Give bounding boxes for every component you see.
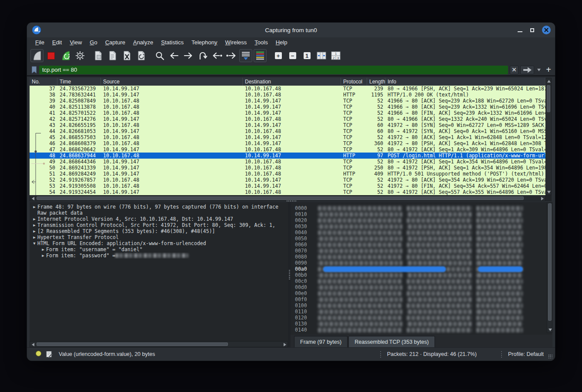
detail-item-4[interactable]: ▶[2 Reassembled TCP Segments (353 bytes)… [30,228,288,234]
collapsed-arrow-icon[interactable]: ▶ [31,234,37,240]
column-header-source[interactable]: Source [101,78,243,86]
find-packet-button[interactable] [153,49,166,62]
hex-row-00e0[interactable]: 00e0 [291,290,546,296]
hex-row-0140[interactable]: 0140 [291,327,546,333]
scrollbar-thumb[interactable] [547,85,550,112]
statusbar-separator[interactable] [501,351,502,358]
packet-row-44[interactable]: 4424.82668105310.14.99.14710.10.167.48TC… [30,128,545,134]
packet-row-52[interactable]: 5224.91926785710.10.167.4810.14.99.147TC… [30,177,545,183]
save-capture-file-button[interactable] [106,49,119,62]
menu-capture[interactable]: Capture [101,38,129,47]
packet-row-53[interactable]: 5324.91930550810.10.167.4810.14.99.147TC… [30,183,545,189]
maximize-button[interactable] [530,26,534,34]
fit-columns-button[interactable]: 123 [329,49,342,62]
hex-row-0120[interactable]: 0120 [291,315,546,321]
packet-row-43[interactable]: 4324.82665519510.10.167.4810.14.99.147TC… [30,122,545,128]
scrollbar-thumb[interactable] [37,342,228,346]
hex-row-0030[interactable]: 0030 [291,223,546,229]
menu-tools[interactable]: Tools [251,38,271,47]
hex-row-0060[interactable]: 0060 [291,242,546,248]
menu-help[interactable]: Help [272,38,291,47]
hex-row-00c0[interactable]: 00c0 [291,278,546,284]
detail-item-8[interactable]: ▶Form item: "password" = [30,252,288,259]
bytes-vertical-scrollbar[interactable] [547,202,552,333]
go-forward-button[interactable] [182,49,195,62]
colorize-packets-button[interactable] [254,49,267,62]
detail-item-3[interactable]: ▶Transmission Control Protocol, Src Port… [30,222,288,228]
hex-row-0010[interactable]: 0010 [291,211,546,217]
normal-size-button[interactable]: 1 [301,49,314,62]
packet-row-37[interactable]: 3724.78356723910.14.99.14710.10.167.48TC… [30,86,545,92]
hex-row-0000[interactable]: 0000 [291,205,546,211]
detail-item-0[interactable]: ▶Frame 48: 97 bytes on wire (776 bits), … [30,204,288,210]
hex-row-00a0[interactable]: 00a0 [291,266,546,272]
menu-file[interactable]: File [31,38,48,47]
hex-row-0110[interactable]: 0110 [291,309,546,315]
packet-list-vertical-scrollbar[interactable] [545,78,552,195]
menu-view[interactable]: View [66,38,86,47]
go-first-packet-button[interactable] [211,49,224,62]
packet-row-41[interactable]: 4124.82570152210.10.167.4810.14.99.147TC… [30,110,545,116]
detail-item-5[interactable]: ▶Hypertext Transfer Protocol [30,234,288,240]
scroll-right-arrow[interactable] [282,342,288,347]
open-capture-file-button[interactable] [92,49,105,62]
packet-row-42[interactable]: 4224.82571427610.14.99.14710.10.167.48TC… [30,116,545,122]
hex-row-0020[interactable]: 0020 [291,217,546,223]
scrollbar-thumb[interactable] [37,196,524,200]
collapsed-arrow-icon[interactable]: ▶ [40,252,46,259]
details-horizontal-scrollbar[interactable] [30,341,288,347]
restart-capture-button[interactable] [59,49,72,62]
packet-row-47[interactable]: 4724.86862064210.14.99.14710.10.167.48TC… [30,146,545,153]
capture-comment-icon[interactable] [46,351,53,358]
upper-splitter-handle[interactable] [287,200,296,202]
column-header-length[interactable]: Length [367,78,385,86]
filter-dropdown-caret[interactable] [536,66,542,74]
filter-bookmark-icon[interactable] [29,65,39,75]
packet-row-40[interactable]: 4024.82511387810.10.167.4810.14.99.147TC… [30,104,545,110]
display-filter-input[interactable]: tcp.port == 80 [39,66,508,74]
go-last-packet-button[interactable] [225,49,238,62]
filter-clear-button[interactable]: ✕ [510,66,518,74]
scroll-left-arrow[interactable] [30,342,36,347]
menu-edit[interactable]: Edit [48,38,66,47]
hex-row-00d0[interactable]: 00d0 [291,284,546,290]
scroll-down-arrow[interactable] [547,327,553,332]
collapsed-arrow-icon[interactable]: ▶ [40,246,46,252]
column-header-destination[interactable]: Destination [243,78,341,86]
menu-analyze[interactable]: Analyze [129,38,157,47]
column-header-time[interactable]: Time [57,78,101,86]
zoom-in-button[interactable]: + [272,49,285,62]
hex-row-0080[interactable]: 0080 [291,254,546,260]
go-to-packet-button[interactable] [196,49,209,62]
collapsed-arrow-icon[interactable]: ▶ [31,204,37,210]
filter-add-button[interactable]: + [544,66,553,74]
scroll-left-arrow[interactable] [30,196,36,201]
detail-item-6[interactable]: ▼HTML Form URL Encoded: application/x-ww… [30,240,288,246]
filter-apply-button[interactable] [520,66,534,74]
hex-row-00f0[interactable]: 00f0 [291,296,546,302]
stop-capture-button[interactable] [45,49,58,62]
expert-info-button[interactable] [36,351,41,358]
packet-row-50[interactable]: 5024.86924133910.14.99.14710.10.167.48TC… [30,165,545,171]
detail-item-1[interactable]: Raw packet data [30,210,288,216]
packet-row-39[interactable]: 3924.82508784910.10.167.4810.14.99.147TC… [30,98,545,104]
hex-row-0090[interactable]: 0090 [291,260,546,266]
menu-go[interactable]: Go [86,38,101,47]
collapsed-arrow-icon[interactable]: ▶ [31,228,37,234]
hex-row-0100[interactable]: 0100 [291,302,546,309]
zoom-out-button[interactable]: − [286,49,299,62]
collapsed-arrow-icon[interactable]: ▶ [31,216,37,222]
expanded-arrow-icon[interactable]: ▼ [31,240,37,246]
hex-row-0070[interactable]: 0070 [291,248,546,254]
packet-row-51[interactable]: 5124.86928424910.14.99.14710.10.167.48HT… [30,171,545,177]
menu-telephony[interactable]: Telephony [187,38,221,47]
close-button[interactable] [542,26,551,34]
scroll-down-arrow[interactable] [546,189,552,195]
capture-options-button[interactable] [74,49,87,62]
hex-row-0040[interactable]: 0040 [291,229,546,236]
hex-row-0130[interactable]: 0130 [291,321,546,327]
profile-text[interactable]: Profile: Default [508,351,544,357]
column-header-info[interactable]: Info [385,78,545,86]
menu-statistics[interactable]: Statistics [157,38,187,47]
tab-reassembled[interactable]: Reassembled TCP (353 bytes) [348,336,435,347]
